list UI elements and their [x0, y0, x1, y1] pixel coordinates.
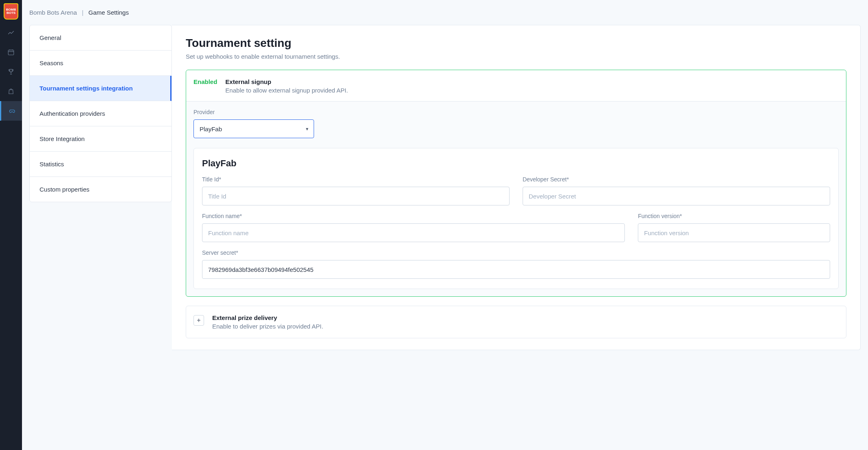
server-secret-label: Server secret*	[202, 249, 830, 256]
status-badge: Enabled	[193, 78, 217, 85]
chart-line-icon	[7, 29, 15, 36]
fn-name-label: Function name*	[202, 213, 625, 219]
settings-panel: Tournament setting Set up webhooks to en…	[172, 25, 861, 350]
prize-card-desc: Enable to deliver prizes via provided AP…	[212, 323, 323, 330]
provider-select-wrap: PlayFab ▼	[193, 119, 314, 138]
logo-badge: BOMB BOTS	[4, 3, 18, 20]
external-prize-card: + External prize delivery Enable to deli…	[186, 306, 846, 338]
content-row: General Seasons Tournament settings inte…	[22, 25, 868, 360]
card-header: Enabled External signup Enable to allow …	[186, 70, 846, 101]
side-menu-tournament[interactable]: Tournament settings integration	[30, 76, 171, 101]
nav-calendar[interactable]	[0, 42, 22, 62]
card-title: External signup	[225, 78, 348, 85]
nav-shopping[interactable]	[0, 82, 22, 101]
title-id-label: Title Id*	[202, 176, 510, 183]
calendar-icon	[7, 49, 15, 56]
function-version-field[interactable]	[638, 223, 830, 242]
side-menu-custom-props[interactable]: Custom properties	[30, 177, 171, 202]
function-name-field[interactable]	[202, 223, 625, 242]
playfab-card: PlayFab Title Id* Developer Secret*	[193, 148, 839, 289]
breadcrumb-current: Game Settings	[88, 9, 129, 16]
page-subtitle: Set up webhooks to enable external tourn…	[186, 53, 846, 60]
server-secret-field[interactable]	[202, 260, 830, 279]
side-menu-seasons[interactable]: Seasons	[30, 51, 171, 76]
developer-secret-field[interactable]	[523, 187, 830, 205]
prize-card-title: External prize delivery	[212, 314, 323, 321]
nav-game[interactable]	[0, 101, 22, 121]
breadcrumb-root[interactable]: Bomb Bots Arena	[29, 9, 77, 16]
playfab-heading: PlayFab	[202, 158, 830, 169]
nav-trophy[interactable]	[0, 62, 22, 82]
gamepad-icon	[8, 107, 15, 115]
nav-rail: BOMB BOTS	[0, 0, 22, 450]
side-menu-statistics[interactable]: Statistics	[30, 152, 171, 177]
card-body: Provider PlayFab ▼ PlayFab Title Id*	[186, 101, 846, 296]
shopping-bag-icon	[7, 88, 15, 95]
card-desc: Enable to allow external signup provided…	[225, 87, 348, 94]
fn-version-label: Function version*	[638, 213, 830, 219]
side-menu-auth-providers[interactable]: Authentication providers	[30, 101, 171, 126]
breadcrumb: Bomb Bots Arena | Game Settings	[22, 0, 868, 25]
provider-select[interactable]: PlayFab	[193, 119, 314, 138]
svg-rect-0	[8, 50, 14, 55]
nav-analytics[interactable]	[0, 23, 22, 42]
expand-button[interactable]: +	[193, 315, 204, 326]
external-signup-card: Enabled External signup Enable to allow …	[186, 70, 846, 297]
breadcrumb-sep: |	[82, 9, 84, 16]
trophy-icon	[7, 68, 15, 75]
side-menu-store[interactable]: Store Integration	[30, 126, 171, 152]
provider-label: Provider	[193, 109, 839, 115]
logo[interactable]: BOMB BOTS	[0, 0, 22, 23]
title-id-field[interactable]	[202, 187, 510, 205]
dev-secret-label: Developer Secret*	[523, 176, 830, 183]
page-title: Tournament setting	[186, 37, 846, 50]
settings-side-menu: General Seasons Tournament settings inte…	[29, 25, 172, 202]
main-area: Bomb Bots Arena | Game Settings General …	[22, 0, 868, 450]
side-menu-general[interactable]: General	[30, 25, 171, 51]
